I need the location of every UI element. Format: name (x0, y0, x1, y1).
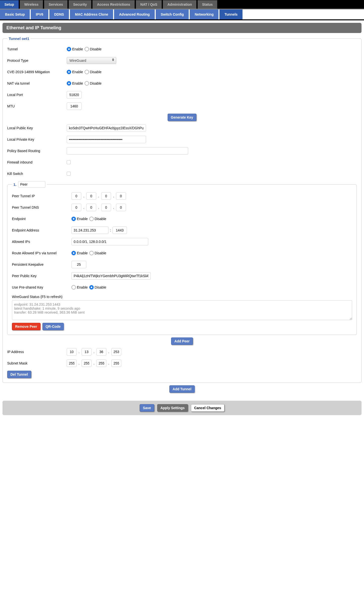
tab-nat-qos[interactable]: NAT / QoS (136, 0, 162, 9)
top-nav: Setup Wireless Services Security Access … (0, 0, 364, 9)
peer-ip-0[interactable] (71, 192, 81, 200)
endpoint-enable-radio[interactable]: Enable (71, 217, 88, 221)
peer-tunnel-dns-label: Peer Tunnel DNS (12, 205, 71, 209)
tunnel-legend: Tunnel oet1 (7, 36, 31, 41)
del-tunnel-button[interactable]: Del Tunnel (7, 371, 31, 378)
tab-services[interactable]: Services (44, 0, 67, 9)
tab-administration[interactable]: Administration (163, 0, 196, 9)
peer-dns-0[interactable] (71, 204, 81, 211)
peer-dns-2[interactable] (101, 204, 111, 211)
cve-label: CVE-2019-14899 Mitigation (7, 70, 67, 74)
allowed-ips-label: Allowed IPs (12, 240, 71, 244)
local-port-input[interactable] (67, 91, 82, 99)
peer-dns-1[interactable] (86, 204, 96, 211)
apply-settings-button[interactable]: Apply Settings (157, 404, 188, 412)
local-public-key-label: Local Public Key (7, 126, 67, 130)
psk-label: Use Pre-shared Key (12, 285, 71, 289)
nat-via-label: NAT via tunnel (7, 81, 67, 85)
endpoint-address-label: Endpoint Address (12, 228, 71, 232)
endpoint-port-input[interactable] (113, 227, 127, 234)
route-allowed-label: Route Allowed IP's via tunnel (12, 251, 71, 255)
pbr-input[interactable] (67, 147, 188, 155)
subnet-2[interactable] (96, 360, 106, 367)
subtab-networking[interactable]: Networking (190, 9, 218, 19)
pbr-label: Policy Based Routing (7, 149, 67, 153)
sub-nav: Basic Setup IPV6 DDNS MAC Address Clone … (0, 9, 364, 20)
peer-tunnel-ip-label: Peer Tunnel IP (12, 194, 71, 198)
protocol-type-label: Protocol Type (7, 59, 67, 63)
wg-status-label: WireGuard Status (F5 to refresh) (12, 295, 352, 299)
subtab-tunnels[interactable]: Tunnels (219, 9, 243, 19)
peer-public-key-label: Peer Public Key (12, 274, 71, 278)
endpoint-disable-radio[interactable]: Disable (89, 217, 106, 221)
tunnel-enable-radio[interactable]: Enable (67, 47, 83, 51)
kill-switch-checkbox[interactable] (67, 172, 71, 176)
add-tunnel-button[interactable]: Add Tunnel (169, 385, 195, 393)
save-button[interactable]: Save (140, 404, 154, 412)
peer-legend: 1. (12, 181, 47, 188)
ip-addr-0[interactable] (67, 348, 77, 356)
peer-ip-2[interactable] (101, 192, 111, 200)
route-allowed-disable-radio[interactable]: Disable (89, 251, 106, 255)
peer-name-input[interactable] (18, 181, 45, 188)
cve-enable-radio[interactable]: Enable (67, 70, 83, 74)
peer-ip-1[interactable] (86, 192, 96, 200)
subtab-ddns[interactable]: DDNS (49, 9, 69, 19)
mtu-label: MTU (7, 104, 67, 108)
local-port-label: Local Port (7, 93, 67, 97)
tunnel-disable-radio[interactable]: Disable (85, 47, 102, 51)
remove-peer-button[interactable]: Remove Peer (12, 323, 40, 330)
peer-public-key-input[interactable] (71, 272, 151, 280)
tunnel-label: Tunnel (7, 47, 67, 51)
route-allowed-enable-radio[interactable]: Enable (71, 251, 88, 255)
subnet-mask-label: Subnet Mask (7, 361, 67, 365)
ip-addr-2[interactable] (96, 348, 106, 356)
psk-enable-radio[interactable]: Enable (71, 285, 88, 290)
ip-addr-1[interactable] (82, 348, 91, 356)
local-private-key-input[interactable] (67, 136, 146, 143)
peer-number: 1. (13, 182, 17, 187)
kill-switch-label: Kill Switch (7, 172, 67, 176)
allowed-ips-input[interactable] (71, 238, 148, 245)
subtab-basic-setup[interactable]: Basic Setup (0, 9, 30, 19)
tunnel-fieldset: Tunnel oet1 Tunnel Enable Disable Protoc… (2, 36, 362, 383)
local-private-key-label: Local Private Key (7, 137, 67, 141)
cancel-changes-button[interactable]: Cancel Changes (191, 404, 224, 412)
nat-enable-radio[interactable]: Enable (67, 81, 83, 86)
subnet-0[interactable] (67, 360, 77, 367)
tab-security[interactable]: Security (69, 0, 91, 9)
cve-disable-radio[interactable]: Disable (85, 70, 102, 74)
tab-setup[interactable]: Setup (0, 0, 19, 9)
peer-fieldset: 1. Peer Tunnel IP . . . Peer Tunnel DNS … (7, 181, 357, 335)
footer-actions: Save Apply Settings Cancel Changes (2, 401, 362, 415)
add-peer-button[interactable]: Add Peer (171, 337, 193, 345)
generate-key-button[interactable]: Generate Key (168, 114, 196, 121)
peer-dns-3[interactable] (116, 204, 126, 211)
subtab-mac-clone[interactable]: MAC Address Clone (70, 9, 113, 19)
subnet-3[interactable] (111, 360, 121, 367)
tab-wireless[interactable]: Wireless (20, 0, 43, 9)
subtab-advanced-routing[interactable]: Advanced Routing (114, 9, 155, 19)
psk-disable-radio[interactable]: Disable (89, 285, 106, 290)
subtab-switch-config[interactable]: Switch Config (156, 9, 189, 19)
keepalive-label: Persistent Keepalive (12, 263, 71, 266)
ip-address-label: IP Address (7, 350, 67, 354)
keepalive-input[interactable] (71, 261, 86, 268)
protocol-type-select[interactable]: WireGuard (67, 57, 116, 64)
endpoint-label: Endpoint (12, 217, 71, 221)
qr-code-button[interactable]: QR-Code (42, 323, 64, 330)
mtu-input[interactable] (67, 102, 82, 110)
endpoint-address-input[interactable] (71, 227, 109, 234)
local-public-key-input[interactable] (67, 124, 146, 132)
ip-addr-3[interactable] (111, 348, 121, 356)
section-title: Ethernet and IP Tunneling (2, 23, 362, 33)
peer-ip-3[interactable] (116, 192, 126, 200)
subnet-1[interactable] (82, 360, 91, 367)
wg-status-textarea[interactable] (12, 300, 352, 320)
firewall-inbound-label: Firewall inbound (7, 160, 67, 164)
firewall-inbound-checkbox[interactable] (67, 160, 71, 164)
tab-status[interactable]: Status (198, 0, 217, 9)
nat-disable-radio[interactable]: Disable (85, 81, 102, 86)
subtab-ipv6[interactable]: IPV6 (31, 9, 48, 19)
tab-access-restrictions[interactable]: Access Restrictions (92, 0, 135, 9)
